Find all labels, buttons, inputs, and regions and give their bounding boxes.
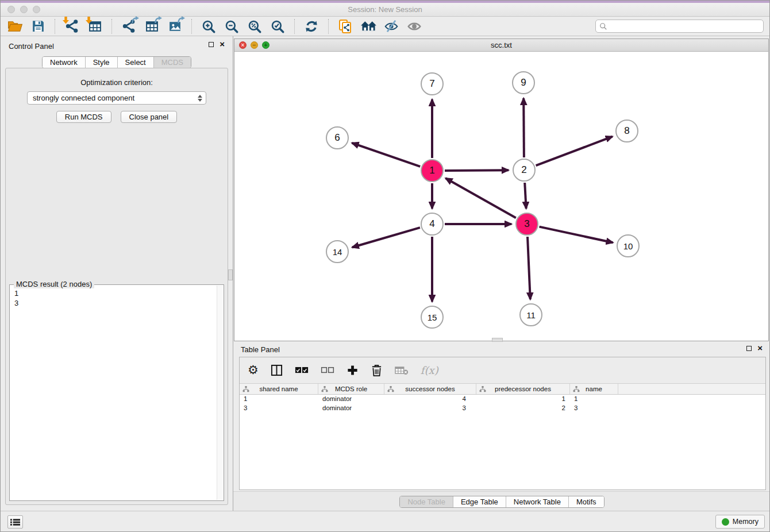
add-column-button[interactable]	[346, 364, 359, 376]
deselect-all-button[interactable]	[321, 367, 334, 374]
graph-edge-2-9[interactable]	[523, 98, 524, 157]
memory-button[interactable]: Memory	[715, 515, 765, 529]
column-header-successor-nodes[interactable]: successor nodes	[384, 384, 476, 394]
graph-edge-3-10[interactable]	[540, 227, 613, 243]
graph-node-14[interactable]: 14	[326, 240, 349, 263]
table-panel-window-buttons: ×	[746, 345, 763, 351]
toolbar-search	[595, 20, 764, 33]
column-header-MCDS-role[interactable]: MCDS role	[318, 384, 384, 394]
graph-node-15[interactable]: 15	[421, 306, 444, 329]
search-icon	[599, 22, 607, 30]
column-header-name[interactable]: name	[570, 384, 618, 394]
show-graphics-button[interactable]	[406, 18, 423, 35]
graph-node-7[interactable]: 7	[421, 72, 444, 95]
import-network-button[interactable]	[63, 18, 80, 35]
graph-edge-1-6[interactable]	[352, 143, 421, 167]
list-icon	[10, 518, 20, 526]
float-panel-icon[interactable]	[209, 42, 214, 47]
network-canvas[interactable]: 7968124314101511	[234, 52, 768, 341]
table-tab-edge-table[interactable]: Edge Table	[453, 496, 506, 507]
graph-edge-3-1[interactable]	[446, 178, 516, 218]
graph-node-8[interactable]: 8	[615, 119, 638, 142]
graph-edge-2-3[interactable]	[525, 183, 526, 209]
toolbar-separator	[294, 19, 295, 34]
export-image-button[interactable]	[166, 18, 183, 35]
table-settings-button[interactable]: ⚙	[248, 364, 259, 376]
clone-network-button[interactable]	[337, 18, 354, 35]
delete-table-icon	[395, 365, 409, 375]
eye-slash-icon	[384, 19, 399, 34]
graph-node-2[interactable]: 2	[513, 159, 536, 182]
zoom-in-button[interactable]	[200, 18, 217, 35]
home-networks-button[interactable]	[360, 18, 377, 35]
close-panel-button[interactable]: Close panel	[121, 111, 178, 123]
tab-style[interactable]: Style	[85, 57, 117, 68]
apply-layout-button[interactable]	[303, 18, 320, 35]
run-mcds-button[interactable]: Run MCDS	[56, 111, 111, 123]
unchecked-boxes-icon	[321, 367, 334, 374]
graph-edge-1-2[interactable]	[445, 170, 509, 171]
zoom-fit-icon	[247, 19, 262, 34]
graph-node-3[interactable]: 3	[515, 213, 538, 236]
float-panel-icon[interactable]	[746, 346, 752, 351]
mcds-result-text[interactable]: 1 3	[11, 287, 216, 499]
criterion-dropdown[interactable]: strongly connected component	[27, 91, 206, 105]
select-all-button[interactable]	[295, 367, 309, 374]
export-network-button[interactable]	[120, 18, 137, 35]
memory-status-icon	[722, 518, 729, 526]
tab-mcds[interactable]: MCDS	[153, 57, 191, 68]
delete-column-button[interactable]	[371, 364, 383, 377]
table-tab-node-table[interactable]: Node Table	[400, 496, 453, 507]
dropdown-stepper-icon	[198, 95, 202, 102]
clone-network-icon	[338, 19, 352, 34]
tab-select[interactable]: Select	[117, 57, 153, 68]
import-table-button[interactable]	[86, 18, 103, 35]
network-edges	[234, 52, 768, 341]
column-header-shared-name[interactable]: shared name	[240, 384, 318, 394]
splitter-handle-vertical[interactable]	[228, 269, 233, 280]
export-table-button[interactable]	[143, 18, 160, 35]
close-panel-icon[interactable]: ×	[220, 41, 225, 47]
graph-edge-3-11[interactable]	[528, 237, 530, 299]
zoom-out-button[interactable]	[223, 18, 240, 35]
tab-network[interactable]: Network	[43, 57, 85, 68]
graph-edge-2-8[interactable]	[536, 137, 613, 166]
column-header-label: MCDS role	[335, 385, 367, 392]
close-panel-icon[interactable]: ×	[757, 345, 763, 351]
export-arrow-icon	[132, 16, 139, 24]
hide-graphics-button[interactable]	[383, 18, 400, 35]
zoom-fit-button[interactable]	[246, 18, 263, 35]
graph-node-10[interactable]: 10	[617, 234, 640, 257]
open-session-button[interactable]	[6, 18, 24, 35]
result-scrollbar[interactable]	[217, 286, 223, 500]
table-tab-motifs[interactable]: Motifs	[568, 496, 604, 507]
graph-node-4[interactable]: 4	[421, 213, 444, 236]
memory-label: Memory	[733, 518, 759, 526]
graph-node-6[interactable]: 6	[326, 126, 349, 149]
table-tab-network-table[interactable]: Network Table	[506, 496, 568, 507]
hierarchy-icon	[242, 385, 249, 392]
search-input[interactable]	[610, 22, 760, 30]
table-row[interactable]: 3dominator323	[240, 404, 765, 413]
houses-icon	[360, 20, 377, 33]
hierarchy-icon	[479, 385, 486, 392]
graph-node-1[interactable]: 1	[421, 159, 444, 182]
task-history-button[interactable]	[7, 515, 23, 529]
table-tabs: Node TableEdge TableNetwork TableMotifs	[399, 496, 604, 508]
control-panel-title: Control Panel	[9, 42, 54, 51]
save-session-button[interactable]	[29, 18, 47, 35]
graph-node-11[interactable]: 11	[519, 303, 542, 326]
table-panel-title: Table Panel	[241, 345, 280, 354]
gear-icon: ⚙	[248, 364, 259, 376]
table-row[interactable]: 1dominator411	[240, 395, 765, 404]
column-header-label: shared name	[259, 385, 298, 392]
graph-node-9[interactable]: 9	[512, 71, 535, 94]
column-header-predecessor-nodes[interactable]: predecessor nodes	[476, 384, 570, 394]
split-panel-button[interactable]	[271, 364, 283, 376]
table-panel: Table Panel × ⚙	[233, 342, 770, 512]
splitter-handle-horizontal[interactable]	[492, 338, 503, 342]
graph-edge-4-14[interactable]	[352, 228, 420, 247]
eye-icon	[407, 19, 422, 34]
zoom-selected-button[interactable]	[269, 18, 286, 35]
table-cell: 2	[476, 404, 570, 413]
